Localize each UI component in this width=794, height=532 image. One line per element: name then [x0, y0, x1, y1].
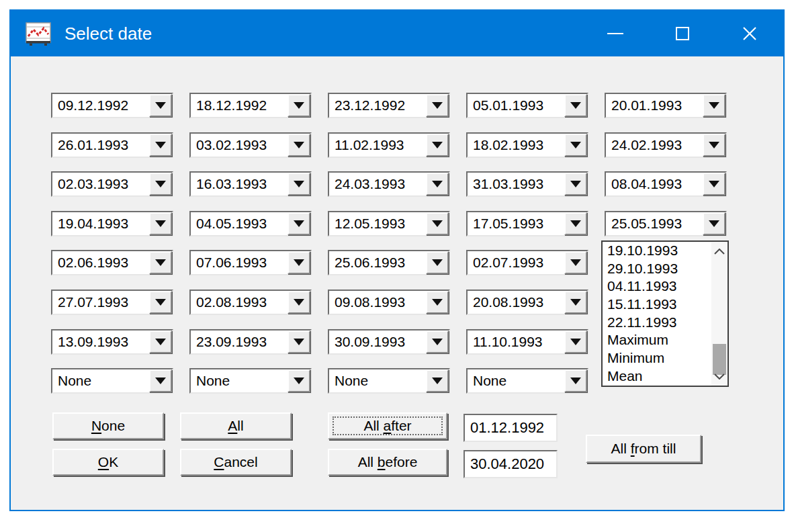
- date-combobox[interactable]: 25.06.1993: [328, 250, 450, 275]
- button-label: b: [378, 454, 386, 470]
- dropdown-arrow-icon[interactable]: [564, 251, 587, 274]
- dropdown-arrow-icon[interactable]: [426, 173, 449, 195]
- dropdown-arrow-icon[interactable]: [564, 291, 587, 314]
- list-item[interactable]: 29.10.1993: [603, 260, 711, 278]
- dropdown-arrow-icon[interactable]: [426, 212, 449, 235]
- date-combobox[interactable]: 04.05.1993: [189, 211, 312, 236]
- date-combobox[interactable]: 05.01.1993: [466, 93, 588, 118]
- all-button[interactable]: All: [180, 412, 292, 439]
- scroll-up-button[interactable]: [711, 243, 727, 259]
- all-from-till-button[interactable]: All from till: [586, 435, 701, 463]
- all-before-date-field[interactable]: [464, 450, 558, 478]
- date-combobox[interactable]: 02.06.1993: [51, 250, 173, 275]
- date-combobox[interactable]: 02.08.1993: [189, 290, 312, 315]
- date-combobox[interactable]: 07.06.1993: [189, 250, 312, 275]
- date-combobox[interactable]: None: [466, 368, 588, 394]
- date-combobox[interactable]: 30.09.1993: [328, 329, 450, 355]
- dropdown-arrow-icon[interactable]: [564, 369, 587, 392]
- none-button[interactable]: None: [52, 412, 164, 439]
- dropdown-arrow-icon[interactable]: [149, 212, 172, 235]
- date-combobox[interactable]: 31.03.1993: [466, 171, 588, 197]
- date-combobox[interactable]: 09.08.1993: [328, 290, 450, 315]
- list-item[interactable]: Minimum: [603, 349, 711, 367]
- list-item[interactable]: 15.11.1993: [603, 296, 711, 314]
- dropdown-arrow-icon[interactable]: [703, 212, 725, 235]
- dropdown-arrow-icon[interactable]: [149, 251, 172, 274]
- ok-button[interactable]: OK: [52, 449, 164, 476]
- dropdown-arrow-icon[interactable]: [703, 134, 725, 157]
- dropdown-arrow-icon[interactable]: [288, 369, 310, 392]
- list-item[interactable]: Mean: [603, 367, 711, 386]
- cancel-button[interactable]: Cancel: [180, 449, 292, 476]
- dropdown-arrow-icon[interactable]: [564, 134, 587, 157]
- dropdown-arrow-icon[interactable]: [288, 251, 310, 274]
- close-button[interactable]: [716, 11, 783, 56]
- dropdown-arrow-icon[interactable]: [426, 251, 449, 274]
- date-combobox[interactable]: 25.05.1993: [605, 211, 727, 236]
- date-combobox[interactable]: 09.12.1992: [51, 93, 173, 118]
- date-combobox[interactable]: None: [328, 368, 450, 394]
- date-combobox[interactable]: 24.02.1993: [605, 132, 727, 158]
- maximize-button[interactable]: [649, 11, 716, 56]
- date-combobox[interactable]: 18.12.1992: [189, 93, 312, 118]
- dropdown-arrow-icon[interactable]: [288, 134, 310, 157]
- all-after-date-field[interactable]: [464, 414, 558, 442]
- dropdown-arrow-icon[interactable]: [703, 173, 725, 195]
- dropdown-arrow-icon[interactable]: [149, 330, 172, 353]
- dropdown-arrow-icon[interactable]: [426, 369, 449, 392]
- dropdown-arrow-icon[interactable]: [149, 173, 172, 195]
- dropdown-arrow-icon[interactable]: [149, 134, 172, 157]
- all-after-button[interactable]: All after: [328, 412, 447, 439]
- dropdown-arrow-icon[interactable]: [564, 330, 587, 353]
- date-combobox[interactable]: 23.12.1992: [328, 93, 450, 118]
- dropdown-arrow-icon[interactable]: [149, 94, 172, 117]
- date-combobox[interactable]: 02.07.1993: [466, 250, 588, 275]
- dropdown-arrow-icon[interactable]: [288, 212, 310, 235]
- dropdown-arrow-icon[interactable]: [426, 134, 449, 157]
- date-combobox[interactable]: 27.07.1993: [51, 290, 173, 315]
- all-before-button[interactable]: All before: [328, 449, 447, 476]
- date-combobox[interactable]: 24.03.1993: [328, 171, 450, 197]
- list-scrollbar[interactable]: [711, 242, 727, 386]
- date-dropdown-list[interactable]: 19.10.199329.10.199304.11.199315.11.1993…: [601, 240, 729, 387]
- date-combobox[interactable]: 17.05.1993: [466, 211, 588, 236]
- down-triangle-icon: [155, 181, 166, 187]
- date-combobox[interactable]: None: [189, 368, 312, 394]
- dropdown-arrow-icon[interactable]: [149, 291, 172, 314]
- date-combobox-value: 17.05.1993: [473, 212, 543, 235]
- dropdown-arrow-icon[interactable]: [288, 291, 310, 314]
- date-combobox[interactable]: 20.01.1993: [605, 93, 727, 118]
- date-combobox[interactable]: 20.08.1993: [466, 290, 588, 315]
- date-combobox[interactable]: 12.05.1993: [328, 211, 450, 236]
- date-combobox[interactable]: None: [51, 368, 173, 394]
- date-combobox[interactable]: 02.03.1993: [51, 171, 173, 197]
- date-combobox[interactable]: 13.09.1993: [51, 329, 173, 355]
- dropdown-arrow-icon[interactable]: [426, 94, 449, 117]
- date-combobox[interactable]: 08.04.1993: [605, 171, 727, 197]
- date-combobox[interactable]: 11.02.1993: [328, 132, 450, 158]
- date-combobox[interactable]: 03.02.1993: [189, 132, 312, 158]
- date-combobox[interactable]: 16.03.1993: [189, 171, 312, 197]
- dropdown-arrow-icon[interactable]: [149, 369, 172, 392]
- minimize-button[interactable]: [582, 11, 649, 56]
- dropdown-arrow-icon[interactable]: [564, 94, 587, 117]
- date-combobox[interactable]: 11.10.1993: [466, 329, 588, 355]
- date-combobox[interactable]: 18.02.1993: [466, 132, 588, 158]
- dropdown-arrow-icon[interactable]: [288, 173, 310, 195]
- date-combobox[interactable]: 23.09.1993: [189, 329, 312, 355]
- list-item[interactable]: 19.10.1993: [603, 242, 711, 260]
- dropdown-arrow-icon[interactable]: [564, 212, 587, 235]
- date-combobox[interactable]: 26.01.1993: [51, 132, 173, 158]
- dropdown-arrow-icon[interactable]: [288, 94, 310, 117]
- dropdown-arrow-icon[interactable]: [426, 330, 449, 353]
- list-item[interactable]: Maximum: [603, 331, 711, 349]
- dropdown-arrow-icon[interactable]: [288, 330, 310, 353]
- date-combobox[interactable]: 19.04.1993: [51, 211, 173, 236]
- list-item[interactable]: 04.11.1993: [603, 277, 711, 296]
- dropdown-arrow-icon[interactable]: [426, 291, 449, 314]
- titlebar[interactable]: Select date: [11, 11, 783, 56]
- dropdown-arrow-icon[interactable]: [703, 94, 725, 117]
- scroll-down-button[interactable]: [711, 368, 727, 384]
- list-item[interactable]: 22.11.1993: [603, 314, 711, 332]
- dropdown-arrow-icon[interactable]: [564, 173, 587, 195]
